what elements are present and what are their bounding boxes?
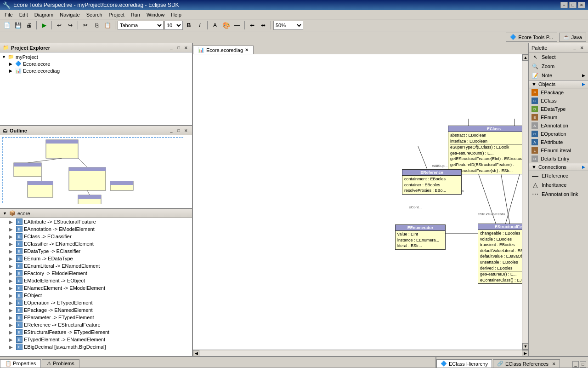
- palette-minimize-button[interactable]: _: [571, 45, 578, 51]
- diagram-tab-close-button[interactable]: ✕: [245, 47, 249, 52]
- tree-item-ecore-ecore[interactable]: ▶ 🔷 Ecore.ecore: [8, 60, 191, 67]
- maximize-button[interactable]: □: [569, 2, 577, 8]
- palette-eoperation-item[interactable]: O EOperation: [529, 130, 588, 138]
- palette-eenumliteral-item[interactable]: L EEnumLiteral: [529, 146, 588, 155]
- expand-3[interactable]: ▶: [9, 242, 15, 247]
- expand-8[interactable]: ▶: [9, 278, 15, 283]
- list-item-10[interactable]: ▶ E EObject: [7, 292, 192, 299]
- palette-eattribute-item[interactable]: A EAttribute: [529, 138, 588, 146]
- line-color-button[interactable]: —: [232, 20, 242, 30]
- cut-button[interactable]: ✂: [80, 20, 90, 30]
- new-button[interactable]: 📄: [2, 20, 12, 30]
- list-item-3[interactable]: ▶ E EClassifier -> ENamedElement: [7, 240, 192, 247]
- tree-expand-root[interactable]: ▼: [3, 211, 7, 216]
- list-item-7[interactable]: ▶ E EFactory -> EModelElement: [7, 270, 192, 277]
- list-item-8[interactable]: ▶ E EModelElement -> EObject: [7, 277, 192, 284]
- list-item-11[interactable]: ▶ E EOperation -> ETypedElement: [7, 299, 192, 306]
- font-size-combo[interactable]: 10: [164, 21, 183, 30]
- palette-eclass-item[interactable]: C EClass: [529, 97, 588, 105]
- expand-myproject[interactable]: ▼: [2, 55, 6, 59]
- ecore-tools-button[interactable]: 🔷 Ecore Tools P...: [506, 33, 557, 42]
- diagram-vscroll[interactable]: ▲ ▼: [522, 54, 528, 350]
- menu-help[interactable]: Help: [168, 12, 184, 18]
- menu-window[interactable]: Window: [144, 12, 167, 18]
- uml-box-estructuralfeature[interactable]: EStructuralFeature changeable : EBooles …: [478, 224, 522, 284]
- diagram-hscroll[interactable]: ◀ ▶: [193, 350, 528, 356]
- expand-0[interactable]: ▶: [9, 219, 15, 224]
- expand-14[interactable]: ▶: [9, 322, 15, 328]
- expand-13[interactable]: ▶: [9, 315, 15, 320]
- palette-close-button[interactable]: ✕: [579, 45, 585, 51]
- menu-diagram[interactable]: Diagram: [32, 12, 57, 18]
- font-family-combo[interactable]: Tahoma: [118, 21, 164, 30]
- palette-connections-section[interactable]: ▼ Connections ▶: [529, 163, 588, 171]
- expand-10[interactable]: ▶: [9, 293, 15, 298]
- undo-button[interactable]: ↩: [54, 20, 64, 30]
- hscroll-left-button[interactable]: ◀: [193, 350, 199, 356]
- list-item-2[interactable]: ▶ E EClass -> EClassifier: [7, 233, 192, 240]
- diagram-tab-ecorediag[interactable]: 📊 Ecore.ecorediag ✕: [193, 46, 254, 54]
- vscroll-up-button[interactable]: ▲: [522, 54, 528, 61]
- list-item-12[interactable]: ▶ E EPackage -> ENamedElement: [7, 306, 192, 314]
- close-outline-button[interactable]: ✕: [183, 127, 189, 134]
- expand-1[interactable]: ▶: [9, 227, 15, 232]
- list-item-14[interactable]: ▶ E EReference -> EStructuralFeature: [7, 321, 192, 328]
- hier-tab-eclass[interactable]: 🔷 EClass Hierarchy: [436, 359, 492, 368]
- tree-item-myproject[interactable]: ▼ 📁 myProject: [1, 53, 191, 60]
- menu-search[interactable]: Search: [84, 12, 105, 18]
- palette-detailsentry-item[interactable]: D Details Entry: [529, 155, 588, 163]
- expand-6[interactable]: ▶: [9, 264, 15, 269]
- java-button[interactable]: ☕ Java: [559, 33, 586, 42]
- align-left[interactable]: ⬅: [247, 20, 257, 30]
- expand-2[interactable]: ▶: [9, 234, 15, 239]
- expand-12[interactable]: ▶: [9, 308, 15, 313]
- palette-ereference-item[interactable]: — EReference: [529, 171, 588, 180]
- maximize-outline-button[interactable]: □: [175, 127, 182, 134]
- italic-button[interactable]: I: [195, 20, 205, 30]
- palette-select-item[interactable]: ↖ Select: [529, 52, 588, 62]
- refs-tab-close-button[interactable]: ✕: [552, 362, 556, 366]
- menu-file[interactable]: File: [2, 12, 16, 18]
- expand-9[interactable]: ▶: [9, 286, 15, 291]
- palette-edatatype-item[interactable]: D EDataType: [529, 105, 588, 113]
- hier-tab-refs[interactable]: 🔗 EClass References ✕: [493, 359, 560, 368]
- props-tab-properties[interactable]: 📋 Properties: [0, 359, 41, 368]
- tree-item-ecore-ecorediag[interactable]: ▶ 📊 Ecore.ecorediag: [8, 67, 191, 74]
- menu-project[interactable]: Project: [106, 12, 127, 18]
- expand-7[interactable]: ▶: [9, 271, 15, 276]
- list-item-15[interactable]: ▶ E EStructuralFeature -> ETypedElement: [7, 328, 192, 336]
- hscroll-right-button[interactable]: ▶: [522, 350, 528, 356]
- save-button[interactable]: 💾: [13, 20, 23, 30]
- menu-edit[interactable]: Edit: [17, 12, 31, 18]
- maximize-pe-button[interactable]: □: [175, 45, 182, 51]
- list-item-17[interactable]: ▶ E EBigDecimal [java.math.BigDecimal]: [7, 343, 192, 351]
- list-item-9[interactable]: ▶ E ENamedElement -> EModelElement: [7, 284, 192, 292]
- diagram-canvas[interactable]: eAllSup... eOperation eCont... eStructur…: [193, 54, 522, 350]
- zoom-combo[interactable]: 50% 75% 100%: [273, 21, 303, 30]
- minimize-outline-button[interactable]: _: [168, 127, 175, 134]
- props-tab-problems[interactable]: ⚠ Problems: [42, 359, 79, 368]
- palette-objects-section[interactable]: ▼ Objects ▶: [529, 80, 588, 88]
- font-color-button[interactable]: A: [210, 20, 220, 30]
- expand-15[interactable]: ▶: [9, 330, 15, 335]
- list-item-13[interactable]: ▶ E EParameter -> ETypedElement: [7, 314, 192, 321]
- menu-run[interactable]: Run: [128, 12, 143, 18]
- list-item-4[interactable]: ▶ E EDataType -> EClassifier: [7, 247, 192, 255]
- copy-button[interactable]: ⎘: [91, 20, 102, 30]
- minimize-button[interactable]: −: [560, 2, 568, 8]
- list-item-5[interactable]: ▶ E EEnum -> EDataType: [7, 255, 192, 262]
- palette-epackage-item[interactable]: P EPackage: [529, 88, 588, 97]
- expand-5[interactable]: ▶: [9, 256, 15, 261]
- list-item-1[interactable]: ▶ E EAnnotation -> EModelElement: [7, 225, 192, 233]
- minimize-pe-button[interactable]: _: [168, 45, 175, 51]
- align-center[interactable]: ⬌: [258, 20, 268, 30]
- expand-16[interactable]: ▶: [9, 337, 15, 342]
- expand-ecore-ecore[interactable]: ▶: [9, 62, 14, 66]
- palette-inheritance-item[interactable]: △ Inheritance: [529, 180, 588, 190]
- uml-box-ereference[interactable]: EReference containment : EBooles contain…: [402, 169, 462, 195]
- expand-11[interactable]: ▶: [9, 300, 15, 305]
- expand-ecore-diag[interactable]: ▶: [9, 69, 14, 73]
- list-item-0[interactable]: ▶ E EAttribute -> EStructuralFeature: [7, 218, 192, 225]
- menu-navigate[interactable]: Navigate: [57, 12, 82, 18]
- uml-box-eenumerator[interactable]: EEnumerator value : EInt instance : EEnu…: [395, 224, 446, 250]
